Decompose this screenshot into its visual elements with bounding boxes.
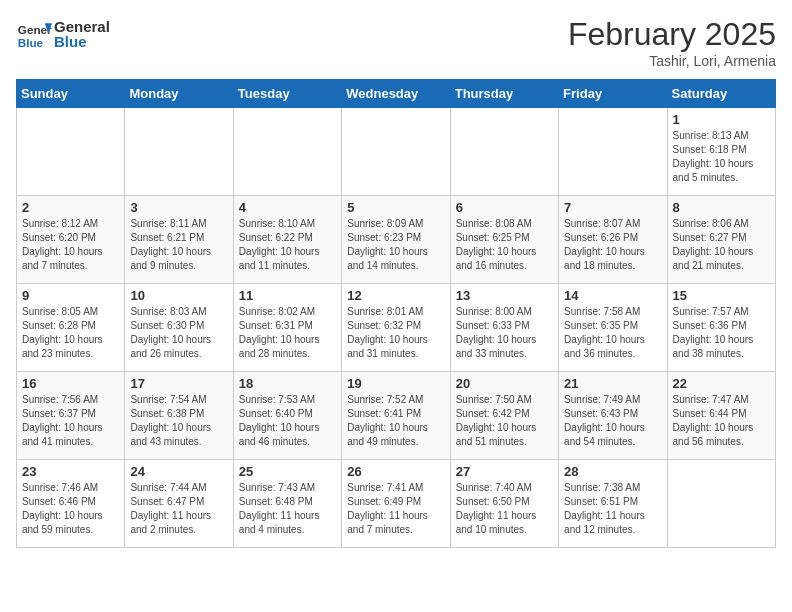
day-info: Sunrise: 7:44 AM Sunset: 6:47 PM Dayligh… <box>130 481 227 537</box>
calendar-cell: 27Sunrise: 7:40 AM Sunset: 6:50 PM Dayli… <box>450 460 558 548</box>
logo-blue: Blue <box>54 33 87 50</box>
day-number: 12 <box>347 288 444 303</box>
calendar-cell: 22Sunrise: 7:47 AM Sunset: 6:44 PM Dayli… <box>667 372 775 460</box>
day-number: 8 <box>673 200 770 215</box>
calendar-cell <box>667 460 775 548</box>
calendar-cell: 12Sunrise: 8:01 AM Sunset: 6:32 PM Dayli… <box>342 284 450 372</box>
day-info: Sunrise: 8:07 AM Sunset: 6:26 PM Dayligh… <box>564 217 661 273</box>
day-info: Sunrise: 8:02 AM Sunset: 6:31 PM Dayligh… <box>239 305 336 361</box>
calendar-cell: 21Sunrise: 7:49 AM Sunset: 6:43 PM Dayli… <box>559 372 667 460</box>
calendar-cell: 10Sunrise: 8:03 AM Sunset: 6:30 PM Dayli… <box>125 284 233 372</box>
logo: General Blue General Blue <box>16 16 110 52</box>
weekday-header-tuesday: Tuesday <box>233 80 341 108</box>
day-info: Sunrise: 7:47 AM Sunset: 6:44 PM Dayligh… <box>673 393 770 449</box>
day-info: Sunrise: 7:43 AM Sunset: 6:48 PM Dayligh… <box>239 481 336 537</box>
calendar-cell <box>17 108 125 196</box>
weekday-header-thursday: Thursday <box>450 80 558 108</box>
day-info: Sunrise: 8:10 AM Sunset: 6:22 PM Dayligh… <box>239 217 336 273</box>
day-info: Sunrise: 7:46 AM Sunset: 6:46 PM Dayligh… <box>22 481 119 537</box>
weekday-header-row: SundayMondayTuesdayWednesdayThursdayFrid… <box>17 80 776 108</box>
calendar-cell: 4Sunrise: 8:10 AM Sunset: 6:22 PM Daylig… <box>233 196 341 284</box>
day-number: 3 <box>130 200 227 215</box>
logo-icon: General Blue <box>16 16 52 52</box>
day-number: 2 <box>22 200 119 215</box>
weekday-header-wednesday: Wednesday <box>342 80 450 108</box>
calendar-cell <box>342 108 450 196</box>
calendar-week-5: 23Sunrise: 7:46 AM Sunset: 6:46 PM Dayli… <box>17 460 776 548</box>
calendar-cell: 23Sunrise: 7:46 AM Sunset: 6:46 PM Dayli… <box>17 460 125 548</box>
calendar-cell: 7Sunrise: 8:07 AM Sunset: 6:26 PM Daylig… <box>559 196 667 284</box>
calendar-cell: 8Sunrise: 8:06 AM Sunset: 6:27 PM Daylig… <box>667 196 775 284</box>
day-info: Sunrise: 8:09 AM Sunset: 6:23 PM Dayligh… <box>347 217 444 273</box>
day-info: Sunrise: 7:49 AM Sunset: 6:43 PM Dayligh… <box>564 393 661 449</box>
calendar-cell <box>559 108 667 196</box>
day-info: Sunrise: 7:56 AM Sunset: 6:37 PM Dayligh… <box>22 393 119 449</box>
day-number: 9 <box>22 288 119 303</box>
day-number: 24 <box>130 464 227 479</box>
month-year: February 2025 <box>568 16 776 53</box>
day-number: 22 <box>673 376 770 391</box>
calendar-cell: 28Sunrise: 7:38 AM Sunset: 6:51 PM Dayli… <box>559 460 667 548</box>
calendar-cell: 20Sunrise: 7:50 AM Sunset: 6:42 PM Dayli… <box>450 372 558 460</box>
calendar-cell: 2Sunrise: 8:12 AM Sunset: 6:20 PM Daylig… <box>17 196 125 284</box>
day-number: 23 <box>22 464 119 479</box>
calendar-week-4: 16Sunrise: 7:56 AM Sunset: 6:37 PM Dayli… <box>17 372 776 460</box>
day-info: Sunrise: 7:58 AM Sunset: 6:35 PM Dayligh… <box>564 305 661 361</box>
day-info: Sunrise: 8:12 AM Sunset: 6:20 PM Dayligh… <box>22 217 119 273</box>
day-number: 18 <box>239 376 336 391</box>
day-info: Sunrise: 8:08 AM Sunset: 6:25 PM Dayligh… <box>456 217 553 273</box>
svg-text:Blue: Blue <box>18 36 44 49</box>
day-number: 27 <box>456 464 553 479</box>
day-number: 11 <box>239 288 336 303</box>
calendar-cell: 17Sunrise: 7:54 AM Sunset: 6:38 PM Dayli… <box>125 372 233 460</box>
calendar-cell: 26Sunrise: 7:41 AM Sunset: 6:49 PM Dayli… <box>342 460 450 548</box>
day-info: Sunrise: 7:38 AM Sunset: 6:51 PM Dayligh… <box>564 481 661 537</box>
location: Tashir, Lori, Armenia <box>568 53 776 69</box>
day-number: 13 <box>456 288 553 303</box>
calendar-cell: 15Sunrise: 7:57 AM Sunset: 6:36 PM Dayli… <box>667 284 775 372</box>
weekday-header-monday: Monday <box>125 80 233 108</box>
day-number: 20 <box>456 376 553 391</box>
day-info: Sunrise: 7:50 AM Sunset: 6:42 PM Dayligh… <box>456 393 553 449</box>
day-number: 7 <box>564 200 661 215</box>
day-info: Sunrise: 8:11 AM Sunset: 6:21 PM Dayligh… <box>130 217 227 273</box>
calendar-cell: 5Sunrise: 8:09 AM Sunset: 6:23 PM Daylig… <box>342 196 450 284</box>
day-number: 1 <box>673 112 770 127</box>
calendar-cell: 24Sunrise: 7:44 AM Sunset: 6:47 PM Dayli… <box>125 460 233 548</box>
calendar-cell: 19Sunrise: 7:52 AM Sunset: 6:41 PM Dayli… <box>342 372 450 460</box>
title-block: February 2025 Tashir, Lori, Armenia <box>568 16 776 69</box>
day-info: Sunrise: 7:57 AM Sunset: 6:36 PM Dayligh… <box>673 305 770 361</box>
day-info: Sunrise: 8:01 AM Sunset: 6:32 PM Dayligh… <box>347 305 444 361</box>
page-header: General Blue General Blue February 2025 … <box>16 16 776 69</box>
calendar-cell: 14Sunrise: 7:58 AM Sunset: 6:35 PM Dayli… <box>559 284 667 372</box>
day-number: 21 <box>564 376 661 391</box>
weekday-header-sunday: Sunday <box>17 80 125 108</box>
calendar-cell: 3Sunrise: 8:11 AM Sunset: 6:21 PM Daylig… <box>125 196 233 284</box>
day-number: 5 <box>347 200 444 215</box>
day-info: Sunrise: 8:06 AM Sunset: 6:27 PM Dayligh… <box>673 217 770 273</box>
day-info: Sunrise: 7:41 AM Sunset: 6:49 PM Dayligh… <box>347 481 444 537</box>
day-info: Sunrise: 8:05 AM Sunset: 6:28 PM Dayligh… <box>22 305 119 361</box>
calendar-cell: 18Sunrise: 7:53 AM Sunset: 6:40 PM Dayli… <box>233 372 341 460</box>
calendar-cell <box>450 108 558 196</box>
day-number: 26 <box>347 464 444 479</box>
calendar-cell: 1Sunrise: 8:13 AM Sunset: 6:18 PM Daylig… <box>667 108 775 196</box>
day-number: 19 <box>347 376 444 391</box>
day-info: Sunrise: 8:03 AM Sunset: 6:30 PM Dayligh… <box>130 305 227 361</box>
day-number: 14 <box>564 288 661 303</box>
calendar-cell: 25Sunrise: 7:43 AM Sunset: 6:48 PM Dayli… <box>233 460 341 548</box>
day-info: Sunrise: 7:53 AM Sunset: 6:40 PM Dayligh… <box>239 393 336 449</box>
calendar-cell <box>125 108 233 196</box>
calendar-cell: 6Sunrise: 8:08 AM Sunset: 6:25 PM Daylig… <box>450 196 558 284</box>
weekday-header-friday: Friday <box>559 80 667 108</box>
day-number: 25 <box>239 464 336 479</box>
calendar-cell: 11Sunrise: 8:02 AM Sunset: 6:31 PM Dayli… <box>233 284 341 372</box>
day-number: 6 <box>456 200 553 215</box>
day-number: 16 <box>22 376 119 391</box>
day-info: Sunrise: 7:40 AM Sunset: 6:50 PM Dayligh… <box>456 481 553 537</box>
calendar-table: SundayMondayTuesdayWednesdayThursdayFrid… <box>16 79 776 548</box>
day-info: Sunrise: 7:52 AM Sunset: 6:41 PM Dayligh… <box>347 393 444 449</box>
weekday-header-saturday: Saturday <box>667 80 775 108</box>
calendar-cell: 13Sunrise: 8:00 AM Sunset: 6:33 PM Dayli… <box>450 284 558 372</box>
day-number: 28 <box>564 464 661 479</box>
